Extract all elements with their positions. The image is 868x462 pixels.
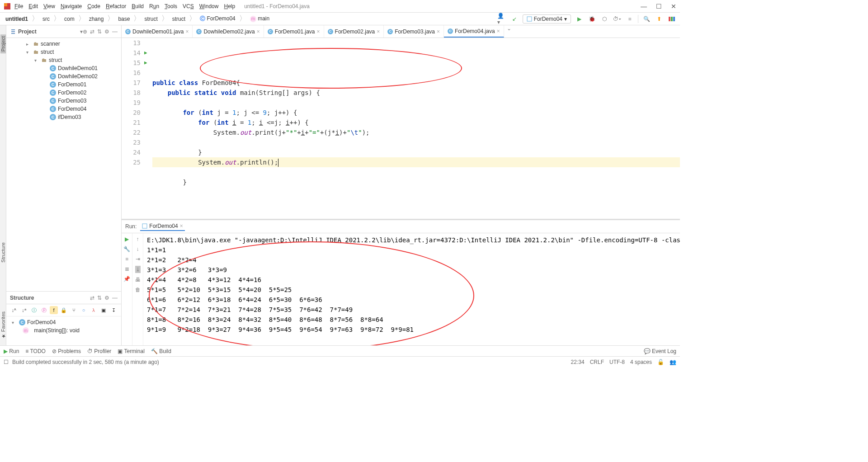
settings-icon[interactable]: ⚙ (104, 28, 109, 35)
up-icon[interactable]: ↑ (137, 236, 139, 242)
tabs-dropdown[interactable]: ⌄ (504, 25, 514, 38)
console-output[interactable]: E:\JDK1.8\bin\java.exe "-javaagent:D:\In… (143, 233, 680, 345)
menu-file[interactable]: File (14, 3, 23, 9)
tree-item[interactable]: C ForDemo04 (10, 105, 118, 113)
menu-view[interactable]: View (43, 3, 55, 9)
breadcrumb-item[interactable]: struct (142, 15, 159, 23)
wrench-icon[interactable]: 🔧 (123, 246, 130, 252)
bottom-todo[interactable]: ≡ TODO (25, 348, 46, 354)
minimize-button[interactable]: — (641, 3, 647, 10)
bottom-eventlog[interactable]: 💬 Event Log (644, 348, 676, 354)
menu-run[interactable]: Run (149, 3, 159, 9)
autoscroll2-icon[interactable]: ↧ (109, 306, 118, 314)
code-editor[interactable]: ✔ 13141516171819202122232425 ▶▶ public c… (122, 38, 680, 219)
breadcrumb-item[interactable]: com (62, 15, 76, 23)
pin-icon[interactable]: 📌 (123, 276, 130, 282)
collapse-icon[interactable]: ⇅ (97, 28, 102, 35)
status-lock-icon[interactable]: 🔓 (657, 359, 664, 365)
tool-favorites[interactable]: ★ Favorites (0, 310, 6, 341)
hide-icon[interactable]: — (112, 28, 118, 35)
status-line-sep[interactable]: CRLF (590, 359, 604, 365)
menu-navigate[interactable]: Navigate (61, 3, 82, 9)
filter-i-icon[interactable]: Ⓘ (30, 306, 38, 314)
locate-icon[interactable]: ⊕ (83, 28, 87, 35)
ide-errors-button[interactable] (667, 14, 676, 24)
breadcrumb-item[interactable]: zhang (87, 15, 106, 23)
editor-tab[interactable]: CForDemo03.java× (384, 25, 444, 38)
structure-class[interactable]: ▾C ForDemo04 (10, 318, 118, 326)
print-icon[interactable]: 🖶 (135, 277, 141, 283)
status-indent[interactable]: 4 spaces (630, 359, 652, 365)
editor-tab[interactable]: CForDemo01.java× (264, 25, 324, 38)
expand-icon[interactable]: ⇄ (90, 295, 94, 301)
menu-build[interactable]: Build (132, 3, 144, 9)
profiler-button[interactable]: ⏱▾ (613, 14, 622, 24)
run-tab[interactable]: ForDemo04 × (140, 222, 184, 231)
bottom-run[interactable]: ▶ Run (4, 348, 19, 354)
run-button[interactable]: ▶ (575, 14, 584, 24)
user-icon[interactable]: 👤▾ (497, 14, 506, 24)
breadcrumb-item[interactable]: m main (248, 14, 271, 23)
tree-item[interactable]: ▾🖿 struct (10, 48, 118, 56)
breadcrumb-item[interactable]: Ⓒ ForDemo04 (198, 14, 237, 24)
menu-code[interactable]: Code (87, 3, 100, 9)
editor-tab[interactable]: CDowhileDemo01.java× (122, 25, 193, 38)
editor-tab[interactable]: CDowhileDemo02.java× (193, 25, 264, 38)
menu-help[interactable]: Help (224, 3, 235, 9)
menu-window[interactable]: Window (199, 3, 219, 9)
tree-item[interactable]: C DowhileDemo01 (10, 64, 118, 72)
filter-lambda-icon[interactable]: λ (90, 306, 98, 314)
expand-icon[interactable]: ⇄ (90, 28, 94, 35)
search-button[interactable]: 🔍 (642, 14, 651, 24)
tool-structure[interactable]: Structure (0, 240, 6, 264)
tool-project[interactable]: Project (0, 34, 6, 53)
maximize-button[interactable]: ☐ (656, 3, 662, 10)
autoscroll-icon[interactable]: ▣ (99, 306, 108, 314)
breadcrumb-item[interactable]: struct (170, 15, 187, 23)
breadcrumb-item[interactable]: base (116, 15, 132, 23)
update-button[interactable]: ⬆ (655, 14, 664, 24)
status-icon[interactable]: ☐ (4, 359, 9, 365)
bottom-problems[interactable]: ⊘ Problems (52, 348, 81, 354)
settings-icon[interactable]: ⚙ (104, 295, 109, 301)
stop-button[interactable]: ■ (125, 256, 128, 262)
bottom-build[interactable]: 🔨 Build (151, 348, 171, 354)
tree-item[interactable]: ▾🖿 struct (10, 56, 118, 64)
clear-icon[interactable]: 🗑 (135, 287, 141, 293)
layout-icon[interactable]: ≣ (125, 266, 129, 272)
debug-button[interactable]: 🐞 (587, 14, 596, 24)
bottom-profiler[interactable]: ⏱ Profiler (87, 348, 111, 354)
bottom-terminal[interactable]: ▣ Terminal (118, 348, 144, 354)
down-icon[interactable]: ↓ (137, 246, 139, 252)
menu-refactor[interactable]: Refactor (106, 3, 126, 9)
scroll-icon[interactable]: ⤓ (135, 266, 141, 273)
tree-item[interactable]: C ForDemo01 (10, 80, 118, 89)
status-sync-icon[interactable]: 👥 (670, 359, 676, 365)
filter-p-icon[interactable]: ⓟ (40, 306, 48, 314)
vcs-icon[interactable]: ↙ (510, 14, 519, 24)
breadcrumb-item[interactable]: untitled1 (4, 15, 30, 23)
softwrap-icon[interactable]: ⇥ (136, 256, 140, 262)
filter-y-icon[interactable]: ⑂ (70, 306, 78, 314)
collapse-icon[interactable]: ⇅ (97, 295, 102, 301)
status-encoding[interactable]: UTF-8 (609, 359, 625, 365)
sort-alpha-icon[interactable]: ↓ᴬ (10, 306, 18, 314)
editor-tab[interactable]: CForDemo02.java× (324, 25, 384, 38)
project-tree[interactable]: ▸🖿 scanner▾🖿 struct▾🖿 structC DowhileDem… (6, 38, 121, 291)
editor-tab[interactable]: CForDemo04.java× (444, 25, 504, 38)
tree-item[interactable]: C ifDemo03 (10, 113, 118, 121)
rerun-button[interactable]: ▶ (125, 236, 129, 242)
menu-vcs[interactable]: VCS (183, 3, 194, 9)
structure-method[interactable]: m main(String[]): void (10, 326, 118, 335)
menu-edit[interactable]: Edit (28, 3, 38, 9)
menu-tools[interactable]: Tools (165, 3, 177, 9)
filter-o-icon[interactable]: ○ (80, 306, 88, 314)
status-caret-pos[interactable]: 22:34 (571, 359, 585, 365)
run-config-selector[interactable]: ForDemo04 ▾ (523, 14, 571, 24)
stop-button[interactable]: ■ (625, 14, 634, 24)
sort-visibility-icon[interactable]: ↓ᵃ (20, 306, 28, 314)
tree-item[interactable]: C ForDemo02 (10, 89, 118, 97)
coverage-button[interactable]: ⬡ (600, 14, 609, 24)
filter-f-icon[interactable]: f (50, 306, 58, 314)
tree-item[interactable]: C DowhileDemo02 (10, 72, 118, 80)
